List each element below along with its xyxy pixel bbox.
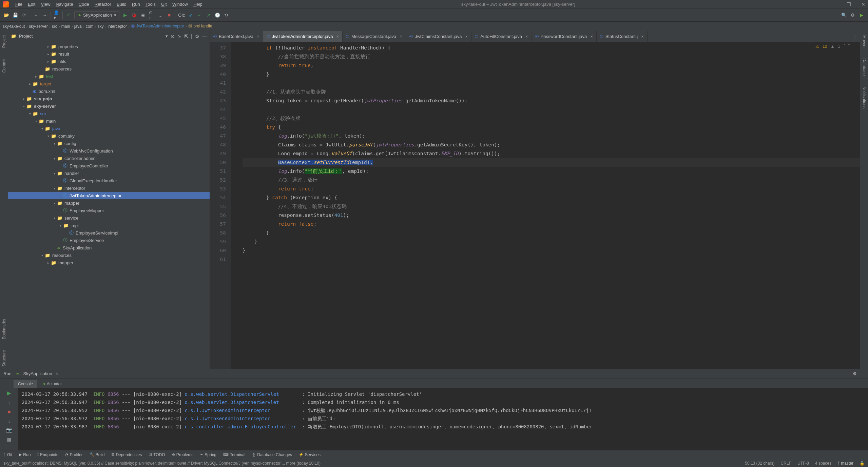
breadcrumb-JwtTokenAdminInterceptor[interactable]: Ⓒ JwtTokenAdminInterceptor xyxy=(131,23,184,29)
menu-git[interactable]: Git xyxy=(159,1,169,7)
profile-icon[interactable]: ⏲▾ xyxy=(149,12,155,18)
toolwindow-terminal[interactable]: ⌨ Terminal xyxy=(223,452,245,457)
gear-icon[interactable]: ⚙ xyxy=(853,371,857,376)
layout-icon[interactable]: ▦ xyxy=(7,436,12,443)
menu-view[interactable]: View xyxy=(38,1,53,7)
tab-StatusConstant.j[interactable]: ⒸStatusConstant.j× xyxy=(597,31,648,42)
close-run-tab-icon[interactable]: × xyxy=(56,371,58,376)
close-tab-icon[interactable]: × xyxy=(257,34,259,39)
tree-item-EmployeeServiceImpl[interactable]: ⒸEmployeeServiceImpl xyxy=(8,229,210,237)
breadcrumb-com[interactable]: com xyxy=(86,24,94,29)
close-tab-icon[interactable]: × xyxy=(641,34,644,39)
tree-item-test[interactable]: ▸📁test xyxy=(8,73,210,80)
refresh-icon[interactable]: ⟳ xyxy=(21,12,27,18)
tree-item-config[interactable]: ▾📁config xyxy=(8,140,210,147)
tree-item-resources[interactable]: 📁resources xyxy=(8,65,210,73)
close-tab-icon[interactable]: × xyxy=(400,34,402,39)
chevron-down-icon[interactable]: ˇ xyxy=(848,44,850,49)
run-icon[interactable]: ▶ xyxy=(122,12,128,18)
toolwindow-spring[interactable]: ❧ Spring xyxy=(200,452,216,457)
user-icon[interactable]: 👤▾ xyxy=(54,12,60,18)
tree-item-EmployeeService[interactable]: ⒾEmployeeService xyxy=(8,237,210,244)
settings-icon[interactable]: ⚙ xyxy=(195,34,199,39)
chevron-up-icon[interactable]: ˆ xyxy=(844,44,845,49)
console-output[interactable]: 2024-03-17 20:56:33.947 INFO 6856 --- [n… xyxy=(18,388,868,450)
settings-icon[interactable]: ⚙ xyxy=(850,12,856,18)
maximize-icon[interactable]: ❐ xyxy=(847,2,851,7)
menu-build[interactable]: Build xyxy=(114,1,129,7)
breadcrumb-sky[interactable]: sky xyxy=(97,24,103,29)
tab-AutoFillConstant.java[interactable]: ⒸAutoFillConstant.java× xyxy=(471,31,532,42)
run-tab-console[interactable]: Console xyxy=(14,380,37,388)
inspection-widget[interactable]: ⚠10 ▲1 ˆ ˇ xyxy=(815,44,850,49)
toolwindow-dependencies[interactable]: ≣ Dependencies xyxy=(111,452,142,457)
tree-item-properties[interactable]: ▸📁properties xyxy=(8,43,210,50)
indent-setting[interactable]: 4 spaces xyxy=(815,461,831,466)
breadcrumb-src[interactable]: src xyxy=(52,24,57,29)
close-tab-icon[interactable]: × xyxy=(590,34,593,39)
menu-window[interactable]: Window xyxy=(170,1,190,7)
rerun-icon[interactable]: ▶ xyxy=(7,390,11,396)
git-rollback-icon[interactable]: ⟲ xyxy=(223,12,229,18)
toolwindow-problems[interactable]: ⊘ Problems xyxy=(172,452,194,457)
git-pull-icon[interactable]: ↙ xyxy=(188,12,194,18)
select-opened-icon[interactable]: ⊙ xyxy=(171,34,175,39)
tree-item-src[interactable]: ▾📁src xyxy=(8,110,210,117)
menu-navigate[interactable]: Navigate xyxy=(53,1,75,7)
lock-icon[interactable]: 🔒 xyxy=(860,461,865,466)
fold-column[interactable] xyxy=(231,42,237,369)
breadcrumb-preHandle[interactable]: ⓜ preHandle xyxy=(188,23,212,29)
tree-item-WebMvcConfiguration[interactable]: ⒸWebMvcConfiguration xyxy=(8,147,210,155)
tree-item-result[interactable]: ▸📁result xyxy=(8,50,210,58)
coverage-icon[interactable]: ◉ xyxy=(140,12,146,18)
close-tab-icon[interactable]: × xyxy=(525,34,528,39)
down-icon[interactable]: ↓ xyxy=(8,418,11,424)
toolwindow-run[interactable]: ▶ Run xyxy=(19,452,31,457)
toolwindow-git[interactable]: ᚶ Git xyxy=(3,452,12,457)
open-icon[interactable]: 📂 xyxy=(3,12,9,18)
tab-PasswordConstant.java[interactable]: ⒸPasswordConstant.java× xyxy=(532,31,597,42)
run-tab-actuator[interactable]: ❧ Actuator xyxy=(38,380,66,388)
code-text[interactable]: if (!(handler instanceof HandlerMethod))… xyxy=(237,42,860,369)
tree-item-java[interactable]: ▾📁java xyxy=(8,125,210,132)
breadcrumb-sky-take-out[interactable]: sky-take-out xyxy=(3,24,25,29)
breadcrumb-interceptor[interactable]: interceptor xyxy=(108,24,127,29)
search-icon[interactable]: 🔍 xyxy=(841,12,847,18)
save-icon[interactable]: 💾 xyxy=(12,12,18,18)
tab-MessageConstant.java[interactable]: ⒸMessageConstant.java× xyxy=(343,31,406,42)
camera-icon[interactable]: 📷 xyxy=(6,427,13,433)
breadcrumb-java[interactable]: java xyxy=(74,24,82,29)
undo-arrow-icon[interactable]: ↶ xyxy=(65,12,72,18)
stop-icon[interactable]: ■ xyxy=(166,12,172,18)
menu-run[interactable]: Run xyxy=(130,1,142,7)
menu-refactor[interactable]: Refactor xyxy=(92,1,114,7)
run-config-selector[interactable]: ❧ SkyApplication ▾ xyxy=(74,11,119,19)
git-push-icon[interactable]: ↗ xyxy=(206,12,212,18)
tab-JwtTokenAdminInterceptor.java[interactable]: ⒸJwtTokenAdminInterceptor.java× xyxy=(263,31,343,42)
tree-item-controller.admin[interactable]: ▾📁controller.admin xyxy=(8,155,210,162)
toolwindow-todo[interactable]: ☑ TODO xyxy=(149,452,165,457)
tree-item-sky-pojo[interactable]: ▸📁sky-pojo xyxy=(8,95,210,102)
tree-item-utils[interactable]: ▸📁utils xyxy=(8,58,210,65)
collapse-icon[interactable]: ⇱ xyxy=(184,34,188,39)
menu-code[interactable]: Code xyxy=(76,1,92,7)
git-history-icon[interactable]: 🕑 xyxy=(214,12,220,18)
tree-item-impl[interactable]: ▾📁impl xyxy=(8,222,210,229)
tree-item-mapper[interactable]: ▾📁mapper xyxy=(8,199,210,207)
tree-item-SkyApplication[interactable]: ❧SkyApplication xyxy=(8,244,210,251)
back-icon[interactable]: ← xyxy=(33,12,39,18)
project-toolwindow-tab[interactable]: Project xyxy=(1,33,7,50)
more-tabs-icon[interactable]: ⋮ xyxy=(853,34,857,39)
tree-item-com.sky[interactable]: ▾📁com.sky xyxy=(8,132,210,140)
bookmarks-toolwindow-tab[interactable]: Bookmarks xyxy=(1,317,7,341)
tree-item-pom.xml[interactable]: mpom.xml xyxy=(8,87,210,95)
close-tab-icon[interactable]: × xyxy=(465,34,468,39)
tab-BaseContext.java[interactable]: ⒸBaseContext.java× xyxy=(210,31,263,42)
tree-item-resources[interactable]: ▾📁resources xyxy=(8,251,210,259)
close-tab-icon[interactable]: × xyxy=(336,34,339,39)
tab-JwtClaimsConstant.java[interactable]: ⒸJwtClaimsConstant.java× xyxy=(406,31,471,42)
tree-item-target[interactable]: ▸📁target xyxy=(8,80,210,87)
toolwindow-database-changes[interactable]: 🗄 Database Changes xyxy=(252,452,292,457)
tree-item-service[interactable]: ▾📁service xyxy=(8,214,210,222)
structure-toolwindow-tab[interactable]: Structure xyxy=(1,348,7,369)
